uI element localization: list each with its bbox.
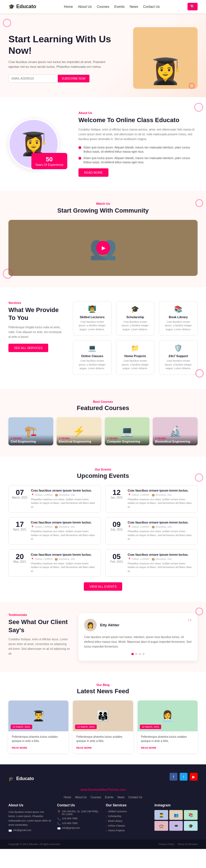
footer-socials: f t ▶ [170, 773, 198, 781]
footer-service-2[interactable]: › Book Library [106, 819, 149, 823]
news-readmore-0[interactable]: READ MORE [12, 746, 27, 749]
nav-logo-icon: 🎓 [8, 4, 14, 10]
news-image-1: 👨‍👩‍👧 12 March, 2021 [73, 701, 133, 731]
video-overlay [8, 220, 198, 276]
nav-courses[interactable]: Courses [97, 5, 109, 9]
event-meta-0: 📍 Online, LOREM 🏫 Shoreline, Info [31, 494, 97, 496]
community-label: Watch Us [8, 202, 198, 205]
about-title: Welcome To Online Class Educato [79, 116, 198, 124]
social-twitter-button[interactable]: t [180, 773, 187, 781]
test-dot-1[interactable] [135, 653, 137, 655]
nav-events[interactable]: Events [114, 5, 125, 9]
footer-nav-events[interactable]: Events [105, 796, 114, 799]
test-dot-2[interactable] [139, 653, 141, 655]
footer-privacy-policy[interactable]: Privacy Policy [158, 843, 174, 846]
about-label: About Us [79, 111, 198, 115]
footer-insta-img-5[interactable]: 🎓 [184, 821, 198, 831]
footer-insta-img-2[interactable]: 📚 [184, 810, 198, 820]
service-icon-3: 💻 [77, 344, 108, 352]
event-content-2: Cras faucibus ornare ipsum lorem luctus.… [31, 521, 97, 541]
deco-circle-services [195, 369, 204, 378]
news-readmore-2[interactable]: READ MORE [141, 746, 156, 749]
footer-contact-text-2: 123-456-7890 [62, 822, 78, 825]
phone-icon-0: 📞 [57, 817, 61, 820]
footer-nav-home[interactable]: Home [64, 796, 71, 799]
testimonials-description: Curabitur tristique, enim ut efficitur l… [8, 637, 70, 656]
events-title: Upcoming Events [8, 472, 198, 479]
event-content-5: Cras faucibus ornare ipsum lorem luctus.… [128, 553, 194, 574]
footer-terms[interactable]: Terms of Services [177, 843, 198, 846]
community-video[interactable]: 👥 [8, 220, 198, 276]
footer-nav-contact[interactable]: Contact Us [128, 796, 142, 799]
footer-service-1[interactable]: › Scholarship [106, 815, 149, 818]
event-item-2: 17 April, 2021 Cras faucibus ornare ipsu… [8, 517, 101, 545]
event-month-0: March, 2021 [12, 496, 28, 499]
news-image-0: 👨‍🎓 15 March, 2021 [8, 701, 68, 731]
nav-contact[interactable]: Contact Us [143, 5, 160, 9]
events-all-button[interactable]: VIEW ALL EVENTS [84, 582, 122, 591]
footer-insta-img-0[interactable]: 👨‍🎓 [154, 810, 168, 820]
course-card-3[interactable]: 🔬 4 YEARS Biomedical Engineering [153, 417, 198, 445]
testimonial-avatar: 👩 [84, 619, 97, 631]
footer-insta-img-3[interactable]: 🏫 [154, 821, 168, 831]
footer-nav-news[interactable]: News [117, 796, 124, 799]
event-meta-4: 📍 Online, LOREM 🏫 Shoreline, Info [31, 558, 97, 560]
about-readmore-button[interactable]: READ MORE [79, 168, 109, 177]
news-readmore-1[interactable]: READ MORE [76, 746, 92, 749]
footer-service-text-0: Skilled Lecturers [108, 810, 127, 813]
event-date-4: 20 May, 2021 [12, 553, 27, 563]
about-exp-years: 50 [35, 156, 63, 163]
course-card-1[interactable]: ⚡ 3 YEARS Electrical Engineering [57, 417, 101, 445]
testimonials-title: See What Our Client Say's [8, 618, 70, 634]
event-title-2: Cras faucibus ornare ipsum lorem luctus. [31, 521, 97, 524]
footer-about-title: About Us [8, 803, 52, 807]
footer-nav-about[interactable]: About Us [75, 796, 87, 799]
course-card-2[interactable]: 💻 3 YEARS Computer Engineering [105, 417, 150, 445]
nav-about[interactable]: About Us [78, 5, 92, 9]
footer-service-3[interactable]: › Online Classes [106, 824, 149, 828]
chevron-icon-2: › [106, 820, 107, 823]
test-dot-0[interactable] [131, 653, 134, 655]
event-title-4: Cras faucibus ornare ipsum lorem luctus. [31, 553, 97, 556]
test-dot-3[interactable] [142, 653, 145, 655]
social-youtube-button[interactable]: ▶ [190, 773, 198, 781]
event-meta1-5: 📍 Online, LOREM [128, 558, 149, 560]
news-card-2[interactable]: 👩‍💼 10 March, 2021 Pellentesque pharetra… [138, 701, 198, 753]
social-facebook-button[interactable]: f [170, 773, 177, 781]
news-text-2: Pellentesque pharetra luctus sodales qui… [141, 735, 194, 743]
nav-logo[interactable]: 🎓 Educato [8, 4, 36, 10]
footer-insta-img-1[interactable]: 👥 [169, 810, 183, 820]
news-image-2: 👩‍💼 10 March, 2021 [138, 701, 198, 731]
course-duration-2: 3 YEARS [107, 437, 147, 440]
play-button[interactable] [96, 241, 110, 255]
footer-columns: About Us Cras faucibus ornare ipsum non … [8, 803, 198, 834]
event-month-3: July, 2021 [109, 528, 124, 531]
course-card-0[interactable]: 🏗️ 2 YEARS Civil Engineering [8, 417, 53, 445]
event-day-5: 05 [109, 553, 124, 560]
news-card-1[interactable]: 👨‍👩‍👧 12 March, 2021 Pellentesque pharet… [73, 701, 133, 753]
hero-subscribe-button[interactable]: SUBSCRIBE NOW [58, 75, 89, 82]
service-card-1: 🎓 Scholarship Cras faucibus ornare ipsum… [116, 301, 155, 336]
service-card-4: 📁 Home Projects Cras faucibus ornare ips… [116, 340, 155, 375]
footer-about-email: ✉️ info@gmail.com [8, 829, 52, 832]
event-desc-5: Phasellus maximus orci netus. Nullam orn… [128, 562, 194, 574]
footer-insta-img-4[interactable]: 💻 [169, 821, 183, 831]
hero-email-input[interactable] [9, 75, 58, 82]
news-card-0[interactable]: 👨‍🎓 15 March, 2021 Pellentesque pharetra… [8, 701, 68, 753]
service-name-3: Online Classes [77, 354, 108, 358]
community-section: Watch Us Start Growing With Community 👥 [0, 191, 206, 287]
footer-service-4[interactable]: › Home Projects [106, 829, 149, 832]
events-label: Our Events [8, 468, 198, 471]
nav-search-button[interactable]: 🔍 [187, 3, 198, 10]
services-all-button[interactable]: SEE ALL SERVICES [8, 344, 48, 352]
footer-nav-courses[interactable]: Courses [91, 796, 101, 799]
services-left: Services What We Provide To You Pellente… [8, 301, 64, 375]
nav-news[interactable]: News [130, 5, 138, 9]
event-desc-0: Phasellus maximus orci netus. Nullam orn… [31, 498, 97, 509]
footer-col-instagram: Instagram 👨‍🎓 👥 📚 🏫 💻 🎓 [154, 803, 198, 834]
footer-service-0[interactable]: › Skilled Lecturers [106, 810, 149, 813]
event-title-3: Cras faucibus ornare ipsum lorem luctus. [128, 521, 194, 524]
nav-home[interactable]: Home [64, 5, 73, 9]
chevron-icon-3: › [106, 825, 107, 828]
service-icon-2: 📚 [163, 305, 194, 313]
